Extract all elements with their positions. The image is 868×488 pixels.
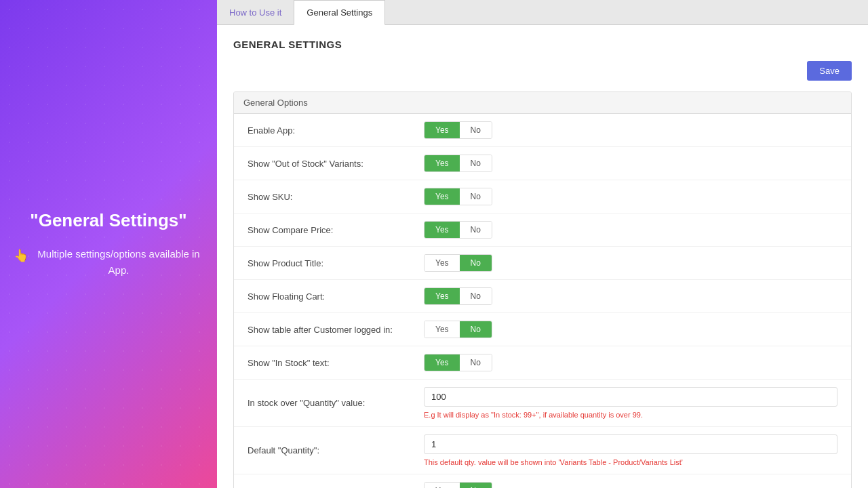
setting-control-enable-app: YesNo: [424, 121, 837, 139]
settings-container: Enable App:YesNoShow "Out of Stock" Vari…: [234, 114, 851, 488]
toggle-group-show-in-stock-text: YesNo: [424, 354, 492, 371]
setting-control-show-compare-price: YesNo: [424, 221, 837, 239]
sidebar: "General Settings" 👆 Multiple settings/o…: [0, 0, 217, 488]
setting-label-show-compare-price: Show Compare Price:: [248, 225, 424, 235]
setting-row-in-stock-quantity: In stock over "Quantity" value:E.g It wi…: [234, 380, 851, 427]
setting-row-show-product-title: Show Product Title:YesNo: [234, 247, 851, 280]
toggle-yes-show-table-logged-in[interactable]: Yes: [425, 321, 460, 338]
toggle-no-show-table-logged-in[interactable]: No: [460, 321, 492, 338]
setting-label-show-product-title: Show Product Title:: [248, 258, 424, 268]
setting-row-show-floating-cart: Show Floating Cart:YesNo: [234, 280, 851, 313]
toggle-no-show-floating-cart[interactable]: No: [460, 288, 492, 304]
content-area: GENERAL SETTINGS Save General Options En…: [217, 25, 868, 488]
setting-control-redirect-cart: YesNo: [424, 482, 837, 488]
tab-general-settings[interactable]: General Settings: [294, 0, 385, 25]
setting-label-enable-app: Enable App:: [248, 125, 424, 136]
setting-control-show-sku: YesNo: [424, 188, 837, 205]
hint-in-stock-quantity: E.g It will display as "In stock: 99+", …: [424, 411, 837, 419]
input-default-quantity[interactable]: [424, 434, 837, 454]
setting-row-show-table-logged-in: Show table after Customer logged in:YesN…: [234, 313, 851, 346]
toggle-group-enable-app: YesNo: [424, 121, 492, 139]
toggle-yes-show-floating-cart[interactable]: Yes: [425, 288, 460, 304]
setting-row-redirect-cart: Redirect to Cart Page After Add to Cart:…: [234, 474, 851, 488]
setting-control-show-product-title: YesNo: [424, 254, 837, 272]
toggle-group-show-compare-price: YesNo: [424, 221, 492, 239]
toggle-no-enable-app[interactable]: No: [460, 122, 492, 138]
tab-how-to-use[interactable]: How to Use it: [217, 0, 294, 24]
sidebar-description: 👆 Multiple settings/options available in…: [14, 246, 203, 279]
toggle-group-redirect-cart: YesNo: [424, 482, 492, 488]
hand-icon: 👆: [14, 246, 28, 266]
main-content: How to Use it General Settings GENERAL S…: [217, 0, 868, 488]
toggle-group-show-sku: YesNo: [424, 188, 492, 205]
setting-label-show-in-stock-text: Show "In Stock" text:: [248, 358, 424, 368]
setting-label-redirect-cart: Redirect to Cart Page After Add to Cart:: [248, 486, 424, 489]
toggle-yes-show-sku[interactable]: Yes: [425, 188, 460, 205]
toggle-group-show-table-logged-in: YesNo: [424, 321, 492, 338]
setting-label-in-stock-quantity: In stock over "Quantity" value:: [248, 398, 424, 408]
toggle-group-show-product-title: YesNo: [424, 254, 492, 272]
page-title: GENERAL SETTINGS: [233, 39, 852, 50]
input-in-stock-quantity[interactable]: [424, 387, 837, 407]
setting-row-default-quantity: Default "Quantity":This default qty. val…: [234, 427, 851, 474]
save-button[interactable]: Save: [807, 61, 852, 81]
setting-row-enable-app: Enable App:YesNo: [234, 114, 851, 147]
setting-row-show-in-stock-text: Show "In Stock" text:YesNo: [234, 346, 851, 380]
general-options-header: General Options: [234, 92, 851, 114]
setting-row-show-sku: Show SKU:YesNo: [234, 180, 851, 214]
setting-control-default-quantity: This default qty. value will be shown in…: [424, 434, 837, 466]
toggle-yes-show-compare-price[interactable]: Yes: [425, 222, 460, 238]
hint-default-quantity: This default qty. value will be shown in…: [424, 458, 837, 466]
sidebar-title: "General Settings": [14, 209, 203, 232]
toggle-group-show-out-of-stock: YesNo: [424, 155, 492, 172]
toggle-yes-show-product-title[interactable]: Yes: [425, 255, 460, 271]
save-button-row: Save: [233, 61, 852, 81]
toggle-no-redirect-cart[interactable]: No: [460, 483, 492, 488]
toggle-no-show-product-title[interactable]: No: [460, 255, 492, 271]
general-options-card: General Options Enable App:YesNoShow "Ou…: [233, 92, 852, 488]
toggle-yes-show-out-of-stock[interactable]: Yes: [425, 155, 460, 171]
setting-control-in-stock-quantity: E.g It will display as "In stock: 99+", …: [424, 387, 837, 419]
sidebar-content: "General Settings" 👆 Multiple settings/o…: [0, 196, 217, 292]
sidebar-desc-text: Multiple settings/options available in A…: [34, 246, 203, 279]
setting-label-show-out-of-stock: Show "Out of Stock" Variants:: [248, 159, 424, 169]
setting-label-show-table-logged-in: Show table after Customer logged in:: [248, 325, 424, 335]
setting-label-default-quantity: Default "Quantity":: [248, 445, 424, 455]
setting-control-show-table-logged-in: YesNo: [424, 321, 837, 338]
toggle-yes-show-in-stock-text[interactable]: Yes: [425, 354, 460, 371]
tab-bar: How to Use it General Settings: [217, 0, 868, 25]
setting-control-show-out-of-stock: YesNo: [424, 155, 837, 172]
setting-control-show-floating-cart: YesNo: [424, 287, 837, 305]
toggle-no-show-compare-price[interactable]: No: [460, 222, 492, 238]
setting-row-show-out-of-stock: Show "Out of Stock" Variants:YesNo: [234, 147, 851, 180]
toggle-no-show-out-of-stock[interactable]: No: [460, 155, 492, 171]
setting-control-show-in-stock-text: YesNo: [424, 354, 837, 371]
setting-label-show-sku: Show SKU:: [248, 192, 424, 202]
toggle-no-show-in-stock-text[interactable]: No: [460, 354, 492, 371]
toggle-yes-enable-app[interactable]: Yes: [425, 122, 460, 138]
toggle-yes-redirect-cart[interactable]: Yes: [425, 483, 460, 488]
toggle-group-show-floating-cart: YesNo: [424, 287, 492, 305]
setting-row-show-compare-price: Show Compare Price:YesNo: [234, 214, 851, 247]
setting-label-show-floating-cart: Show Floating Cart:: [248, 291, 424, 302]
toggle-no-show-sku[interactable]: No: [460, 188, 492, 205]
